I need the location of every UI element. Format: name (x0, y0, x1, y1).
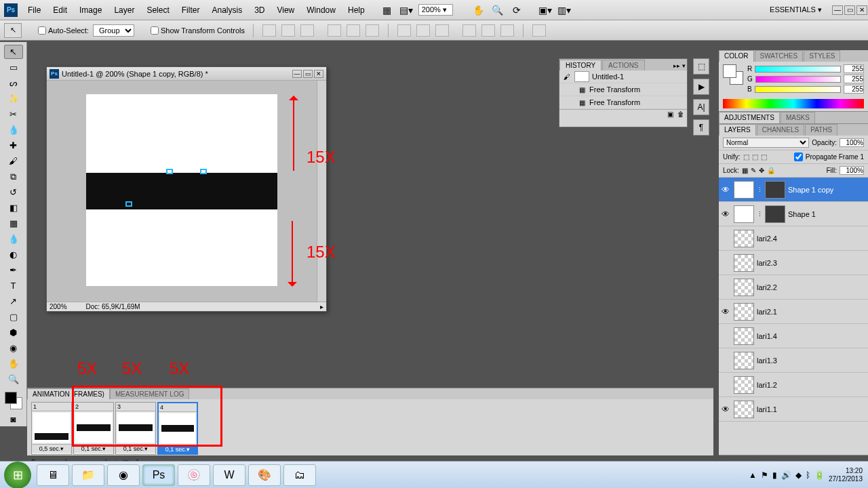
task-desktop[interactable]: 🖥 (37, 464, 69, 486)
tab-styles[interactable]: STYLES (804, 50, 840, 62)
visibility-icon[interactable]: 👁 (722, 209, 731, 219)
tray-battery-icon[interactable]: 🔋 (814, 470, 825, 480)
layer-row[interactable]: 👁 lari1.1 (719, 397, 868, 422)
history-brush-tool[interactable]: ↺ (4, 185, 23, 199)
slider-g[interactable] (755, 76, 841, 83)
slider-r[interactable] (755, 66, 841, 73)
gradient-tool[interactable]: ▦ (4, 216, 23, 230)
tab-masks[interactable]: MASKS (781, 112, 815, 123)
propagate-checkbox[interactable] (794, 152, 803, 161)
zoom-tool[interactable]: 🔍 (4, 372, 23, 386)
3d-tool[interactable]: ⬢ (4, 325, 23, 340)
frame-delay[interactable]: 0,1 sec.▾ (116, 444, 155, 453)
scrollbar-vertical[interactable] (317, 81, 326, 302)
tab-measurement[interactable]: MEASUREMENT LOG (110, 388, 190, 399)
brush-tool[interactable]: 🖌 (4, 154, 23, 168)
layer-row[interactable]: lari2.3 (719, 251, 868, 275)
tray-network-icon[interactable]: ▮ (772, 470, 777, 480)
tray-bt-icon[interactable]: ᛒ (806, 470, 810, 480)
start-button[interactable]: ⊞ (4, 462, 31, 489)
fill-input[interactable] (840, 166, 864, 175)
animation-frame[interactable]: 2 0,1 sec.▾ (73, 402, 114, 455)
visibility-icon[interactable]: 👁 (722, 405, 731, 414)
transform-handle[interactable] (200, 169, 207, 174)
layer-row[interactable]: lari1.3 (719, 348, 868, 373)
blur-tool[interactable]: 💧 (4, 232, 23, 246)
layer-row[interactable]: lari2.4 (719, 226, 868, 251)
menu-edit[interactable]: Edit (47, 5, 73, 15)
bridge-icon[interactable]: ▦ (380, 3, 395, 18)
layer-row[interactable]: lari1.2 (719, 373, 868, 397)
shape-tool[interactable]: ▢ (4, 310, 23, 324)
frame-delay[interactable]: 0,1 sec.▾ (159, 445, 197, 453)
tray-flag-icon[interactable]: ▲ (749, 470, 757, 480)
task-corel[interactable]: 🍥 (178, 464, 210, 486)
move-tool[interactable]: ↖ (4, 45, 23, 59)
panel-icon[interactable]: ▶ (693, 79, 709, 95)
dodge-tool[interactable]: ◐ (4, 247, 23, 262)
tab-channels[interactable]: CHANNELS (757, 124, 804, 136)
show-transform-checkbox[interactable]: Show Transform Controls (151, 26, 245, 35)
arrange-icon[interactable]: ▤▾ (399, 3, 414, 18)
tab-paths[interactable]: PATHS (805, 124, 837, 136)
eyedropper-tool[interactable]: 💧 (4, 123, 23, 137)
menu-select[interactable]: Select (140, 5, 175, 15)
unify-icon[interactable]: ⬚ (743, 153, 749, 161)
menu-image[interactable]: Image (73, 5, 108, 15)
value-r[interactable] (844, 64, 864, 73)
3d-cam-tool[interactable]: ◉ (4, 341, 23, 355)
crop-tool[interactable]: ✂ (4, 107, 23, 121)
frame-delay[interactable]: 0,1 sec.▾ (74, 444, 113, 453)
history-snapshot[interactable]: 🖌 Untitled-1 (559, 70, 687, 83)
screen-mode-icon[interactable]: ▣▾ (538, 3, 553, 18)
history-item[interactable]: ▦ Free Transform (559, 83, 687, 96)
blend-mode[interactable]: Normal (723, 138, 809, 148)
minimize-button[interactable]: — (832, 5, 843, 15)
menu-view[interactable]: View (271, 5, 300, 15)
stamp-tool[interactable]: ⧉ (4, 169, 23, 184)
path-tool[interactable]: ↗ (4, 294, 23, 308)
canvas[interactable] (86, 94, 277, 286)
frame-delay[interactable]: 0,5 sec.▾ (32, 444, 71, 453)
delete-icon[interactable]: 🗑 (677, 110, 684, 118)
tab-actions[interactable]: ACTIONS (602, 60, 644, 70)
pen-tool[interactable]: ✒ (4, 263, 23, 277)
align-btn[interactable] (262, 24, 276, 37)
tab-layers[interactable]: LAYERS (719, 124, 756, 136)
zoom-select[interactable]: 200% ▾ (418, 4, 453, 16)
task-folder[interactable]: 🗂 (283, 464, 316, 486)
close-button[interactable]: ✕ (856, 5, 867, 15)
tray-clock[interactable]: 13:20 27/12/2013 (829, 467, 863, 483)
opacity-input[interactable] (840, 138, 864, 147)
new-snapshot-icon[interactable]: ▣ (667, 110, 673, 118)
slider-b[interactable] (755, 86, 841, 93)
animation-frame[interactable]: 3 0,1 sec.▾ (115, 402, 156, 455)
value-b[interactable] (844, 85, 864, 94)
visibility-icon[interactable]: 👁 (722, 307, 731, 317)
tab-animation[interactable]: ANIMATION (FRAMES) (27, 388, 110, 399)
layer-row[interactable]: lari2.2 (719, 275, 868, 300)
tray-volume-icon[interactable]: 🔊 (781, 470, 791, 480)
tab-adjustments[interactable]: ADJUSTMENTS (719, 112, 780, 123)
restore-button[interactable]: ▭ (844, 5, 855, 15)
layer-row[interactable]: 👁 lari2.1 (719, 300, 868, 324)
workspace-switcher[interactable]: ESSENTIALS ▾ (764, 4, 827, 16)
doc-maximize[interactable]: ▭ (303, 70, 313, 78)
menu-layer[interactable]: Layer (108, 5, 140, 15)
task-explorer[interactable]: 📁 (72, 464, 104, 486)
color-swatches[interactable] (3, 390, 24, 411)
menu-window[interactable]: Window (300, 5, 342, 15)
tab-history[interactable]: HISTORY (559, 60, 601, 70)
panel-icon[interactable]: ¶ (693, 119, 709, 136)
auto-select-mode[interactable]: Group (93, 24, 134, 37)
layer-row[interactable]: 👁 ⋮ Shape 1 copy (719, 178, 868, 202)
menu-3d[interactable]: 3D (248, 5, 271, 15)
visibility-icon[interactable]: 👁 (722, 185, 731, 195)
rotate-icon[interactable]: ⟳ (509, 3, 524, 18)
arrange-docs-icon[interactable]: ▥▾ (557, 3, 572, 18)
transform-handle[interactable] (166, 169, 173, 174)
task-word[interactable]: W (213, 464, 245, 486)
task-paint[interactable]: 🎨 (248, 464, 281, 486)
menu-file[interactable]: File (22, 5, 47, 15)
lock-icon[interactable]: ▦ (742, 167, 748, 174)
